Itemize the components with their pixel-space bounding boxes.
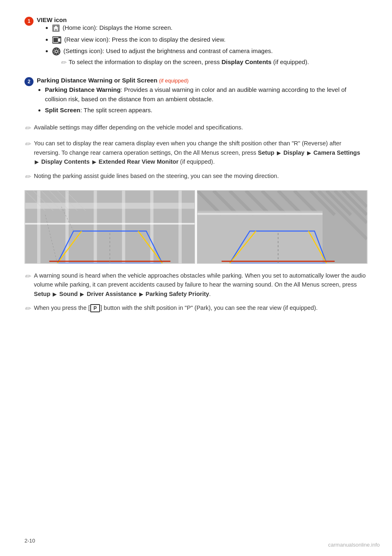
setup-label-4: Setup xyxy=(34,291,50,297)
svg-rect-42 xyxy=(197,213,323,215)
bullet-home-text: (Home icon): Displays the Home screen. xyxy=(62,24,172,31)
watermark: carmanualsonline.info xyxy=(328,542,380,548)
svg-rect-2 xyxy=(53,37,58,42)
settings-sub-note: ✏ To select the information to display o… xyxy=(60,58,368,68)
note-1-text: Available settings may differ depending … xyxy=(34,123,368,132)
numbered-item-2: 2 Parking Distance Warning or Split Scre… xyxy=(24,77,368,117)
bullet-settings: (Settings icon): Used to adjust the brig… xyxy=(52,47,368,68)
note-4-text: A warning sound is heard when the vehicl… xyxy=(34,271,368,298)
parking-distance-title: Parking Distance Warning or Split Screen xyxy=(37,77,157,84)
bullet-rear: (Rear view icon): Press the icon to disp… xyxy=(52,35,368,44)
svg-rect-12 xyxy=(178,191,182,263)
view-icon-title: VIEW icon xyxy=(37,16,67,23)
note-5: ✏ When you press the [P] button with the… xyxy=(24,303,368,315)
display-bold: Display xyxy=(283,149,305,156)
note-pencil-icon-3: ✏ xyxy=(24,171,31,183)
bullet-home: (Home icon): Displays the Home screen. xyxy=(52,23,368,33)
note-4: ✏ A warning sound is heard when the vehi… xyxy=(24,271,368,298)
arrow-4b: ▶ xyxy=(80,291,84,297)
bullet-settings-text: (Settings icon): Used to adjust the brig… xyxy=(63,47,273,54)
bullet-rear-text: (Rear view icon): Press the icon to disp… xyxy=(64,36,225,43)
parking-guide-right xyxy=(197,190,368,264)
parking-distance-bullets: Parking Distance Warning: Provides a vis… xyxy=(45,85,368,115)
parking-safety-label: Parking Safety Priority xyxy=(146,291,209,297)
svg-rect-11 xyxy=(150,191,154,263)
display-contents-label: Display Contents xyxy=(221,58,272,65)
parking-distance-content: Parking Distance Warning or Split Screen… xyxy=(37,77,368,117)
svg-rect-41 xyxy=(197,211,323,263)
svg-rect-10 xyxy=(122,191,125,263)
if-equipped-label: (if equipped) xyxy=(159,78,189,84)
view-icon-content: VIEW icon (Home icon): Displays the Home… xyxy=(37,16,368,71)
arrow-1: ▶ xyxy=(277,150,281,156)
svg-point-4 xyxy=(55,50,58,53)
svg-rect-9 xyxy=(94,191,97,263)
section-view-icon: 1 VIEW icon (Home icon): Displays the Ho… xyxy=(24,16,368,71)
section-parking-distance: 2 Parking Distance Warning or Split Scre… xyxy=(24,77,368,117)
view-icon-bullets: (Home icon): Displays the Home screen. (… xyxy=(52,23,368,68)
p-button-icon: P xyxy=(90,304,100,312)
sound-label: Sound xyxy=(59,291,78,297)
note-pencil-icon-1: ✏ xyxy=(24,123,31,134)
svg-rect-1 xyxy=(55,29,57,31)
circle-number-2: 2 xyxy=(24,77,33,86)
arrow-4: ▶ xyxy=(92,159,96,165)
page-content: 1 VIEW icon (Home icon): Displays the Ho… xyxy=(0,0,392,352)
pdw-term: Parking Distance Warning xyxy=(45,86,120,93)
svg-marker-3 xyxy=(58,38,60,42)
note-pencil-icon-2: ✏ xyxy=(24,139,31,150)
page-number: 2-10 xyxy=(24,538,35,544)
svg-rect-5 xyxy=(25,191,194,263)
settings-icon xyxy=(52,47,60,56)
setup-bold-1: Setup xyxy=(258,149,274,156)
note-pencil-icon-5: ✏ xyxy=(24,303,31,315)
arrow-2: ▶ xyxy=(307,150,311,156)
note-1: ✏ Available settings may differ dependin… xyxy=(24,123,368,134)
note-pencil-icon-4: ✏ xyxy=(24,271,31,282)
arrow-4a: ▶ xyxy=(53,291,57,297)
note-2-text: You can set to display the rear camera d… xyxy=(34,139,368,166)
sub-note-pencil-icon: ✏ xyxy=(60,58,66,68)
arrow-4c: ▶ xyxy=(139,291,143,297)
parking-guide-left xyxy=(24,190,195,264)
svg-rect-7 xyxy=(37,191,40,263)
bullet-pdw: Parking Distance Warning: Provides a vis… xyxy=(45,85,368,104)
extended-rear-bold: Extended Rear View Monitor xyxy=(99,158,179,165)
rear-icon xyxy=(52,36,61,44)
sub-note-text: To select the information to display on … xyxy=(69,58,309,67)
split-screen-text: : The split screen appears. xyxy=(80,107,152,113)
note-3-text: Noting the parking assist guide lines ba… xyxy=(34,171,368,180)
camera-settings-bold: Camera Settings xyxy=(314,149,360,156)
parking-guide-images xyxy=(24,190,368,264)
bullet-split-screen: Split Screen: The split screen appears. xyxy=(45,106,368,115)
circle-number-1: 1 xyxy=(24,17,33,26)
arrow-3: ▶ xyxy=(35,159,39,165)
note-3: ✏ Noting the parking assist guide lines … xyxy=(24,171,368,183)
driver-assistance-label: Driver Assistance xyxy=(87,291,137,297)
home-icon xyxy=(52,24,60,32)
note-2: ✏ You can set to display the rear camera… xyxy=(24,139,368,166)
numbered-item-1: 1 VIEW icon (Home icon): Displays the Ho… xyxy=(24,16,368,71)
note-5-text: When you press the [P] button with the s… xyxy=(34,303,368,312)
svg-rect-19 xyxy=(25,223,194,225)
split-screen-term: Split Screen xyxy=(45,107,80,113)
display-contents-bold: Display Contents xyxy=(41,158,89,165)
